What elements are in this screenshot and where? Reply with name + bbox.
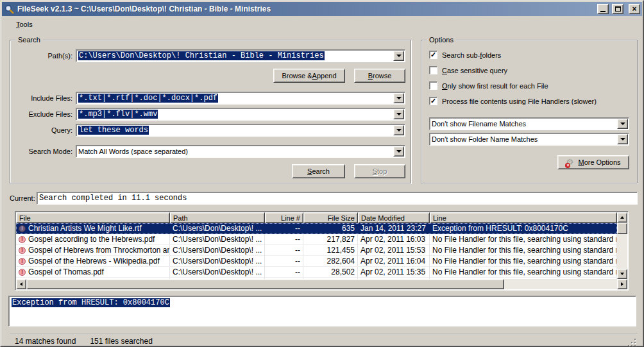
folder-matches-combobox[interactable]: Don't show Folder Name Matches xyxy=(429,133,629,146)
exclude-files-combobox[interactable]: *.mp3|*.flv|*.wmv xyxy=(76,108,405,121)
column-header-path[interactable]: Path xyxy=(170,212,265,223)
menu-tools[interactable]: Tools xyxy=(12,19,37,30)
chevron-down-icon xyxy=(620,123,625,128)
include-dropdown-button[interactable] xyxy=(393,93,404,103)
query-dropdown-button[interactable] xyxy=(393,125,404,135)
table-row[interactable]: !Gospel according to the Hebrews.pdf C:\… xyxy=(16,234,617,245)
horizontal-scrollbar[interactable] xyxy=(16,279,627,289)
table-row[interactable]: !Christian Artists We Might Like.rtf C:\… xyxy=(16,223,617,234)
warning-icon: ! xyxy=(19,247,26,254)
checkbox-first-result-only[interactable]: ✓ Only show first result for each File xyxy=(429,81,629,90)
chevron-down-icon xyxy=(396,129,402,134)
scroll-right-icon xyxy=(621,282,625,286)
vertical-scrollbar[interactable] xyxy=(617,212,627,279)
chevron-down-icon xyxy=(396,113,402,118)
warning-icon: ! xyxy=(19,269,26,276)
filename-matches-combobox[interactable]: Don't show Filename Matches xyxy=(429,117,629,130)
filename-matches-dropdown-button[interactable] xyxy=(617,119,628,129)
column-header-file[interactable]: File xyxy=(16,212,170,223)
include-files-label: Include Files: xyxy=(17,94,76,102)
column-header-date-modified[interactable]: Date Modified xyxy=(358,212,430,223)
include-files-combobox[interactable]: *.txt|*.rtf|*.doc|*.docx|*.pdf xyxy=(76,92,405,105)
close-button[interactable]: × xyxy=(629,4,640,14)
exclude-dropdown-button[interactable] xyxy=(393,109,404,119)
scroll-up-button[interactable] xyxy=(617,212,627,223)
exclude-files-label: Exclude Files: xyxy=(17,110,76,118)
column-header-line-number[interactable]: Line # xyxy=(265,212,303,223)
chevron-down-icon xyxy=(620,138,625,143)
table-row[interactable]: !Gospel of Hebrews from Throckmorton and… xyxy=(16,245,617,256)
filename-matches-value: Don't show Filename Matches xyxy=(432,120,526,128)
browse-append-button[interactable]: Browse & Append xyxy=(273,69,345,83)
paths-label: Path(s): xyxy=(17,52,76,60)
warning-icon: ! xyxy=(19,225,26,232)
checkbox-icon[interactable]: ✓ xyxy=(429,97,437,105)
search-mode-dropdown-button[interactable] xyxy=(393,146,404,157)
checkbox-label: Process file contents using File Handler… xyxy=(442,97,597,105)
scroll-right-button[interactable] xyxy=(617,279,627,289)
scroll-up-icon xyxy=(620,214,624,219)
folder-matches-dropdown-button[interactable] xyxy=(617,134,628,144)
stop-button[interactable]: Stop xyxy=(354,164,405,178)
scroll-left-button[interactable] xyxy=(16,279,26,289)
gear-icon: ⚙ × xyxy=(566,158,575,167)
exclude-files-value: *.mp3|*.flv|*.wmv xyxy=(78,110,158,119)
chevron-down-icon xyxy=(396,55,402,60)
close-icon: × xyxy=(632,6,636,12)
query-value: let these words xyxy=(78,126,149,135)
files-searched-count: 151 files searched xyxy=(90,337,152,346)
more-options-label: More Options xyxy=(578,158,620,166)
paths-combobox[interactable]: C:\Users\Don\Desktop\! Christian - Bible… xyxy=(76,49,405,62)
check-icon: ✓ xyxy=(430,51,436,58)
column-header-line[interactable]: Line xyxy=(430,212,617,223)
red-x-badge-icon: × xyxy=(565,163,570,168)
query-combobox[interactable]: let these words xyxy=(76,124,405,137)
result-preview-pane[interactable]: Exception from HRESULT: 0x8004170C xyxy=(8,296,636,326)
scroll-down-icon xyxy=(620,273,624,277)
folder-matches-value: Don't show Folder Name Matches xyxy=(432,135,538,143)
table-row[interactable]: !Gospel of Thomas.pdf C:\Users\Don\Deskt… xyxy=(16,267,617,278)
title-bar[interactable]: FileSeek v2.1.3 ~ C:\Users\Don\Desktop\!… xyxy=(2,2,642,16)
options-group-title: Options xyxy=(427,36,456,44)
minimize-button[interactable] xyxy=(597,4,609,14)
vertical-scroll-thumb[interactable] xyxy=(617,223,627,234)
checkbox-label: Case sensitive query xyxy=(442,67,507,74)
checkbox-label: Search sub-folders xyxy=(442,51,501,59)
query-label: Query: xyxy=(17,126,76,134)
checkbox-file-handlers[interactable]: ✓ Process file contents using File Handl… xyxy=(429,97,629,105)
resize-grip-icon[interactable] xyxy=(627,338,636,346)
checkbox-case-sensitive[interactable]: ✓ Case sensitive query xyxy=(429,66,629,74)
search-mode-label: Search Mode: xyxy=(17,148,76,155)
maximize-icon xyxy=(615,6,621,12)
paths-value: C:\Users\Don\Desktop\! Christian - Bible… xyxy=(78,51,325,60)
browse-button[interactable]: Browse xyxy=(354,69,405,83)
scroll-down-button[interactable] xyxy=(617,269,627,279)
checkbox-icon[interactable]: ✓ xyxy=(429,51,437,59)
checkbox-icon[interactable]: ✓ xyxy=(429,66,437,74)
options-group: Options ✓ Search sub-folders ✓ Case sens… xyxy=(421,40,638,183)
scroll-left-icon xyxy=(18,282,22,286)
maximize-button[interactable] xyxy=(612,4,623,14)
results-rows: !Christian Artists We Might Like.rtf C:\… xyxy=(16,223,617,279)
checkbox-search-subfolders[interactable]: ✓ Search sub-folders xyxy=(429,51,629,59)
status-bar: 14 matches found 151 files searched xyxy=(10,333,638,347)
column-header-file-size[interactable]: File Size xyxy=(303,212,358,223)
scroll-track[interactable] xyxy=(504,279,617,289)
check-icon: ✓ xyxy=(430,97,436,105)
search-mode-value: Match All Words (space separated) xyxy=(78,148,188,155)
horizontal-scroll-thumb[interactable] xyxy=(26,279,504,289)
paths-dropdown-button[interactable] xyxy=(393,51,404,61)
checkbox-icon[interactable]: ✓ xyxy=(429,81,437,90)
search-group-title: Search xyxy=(15,36,43,44)
fileseek-window: FileSeek v2.1.3 ~ C:\Users\Don\Desktop\!… xyxy=(0,0,644,347)
window-title: FileSeek v2.1.3 ~ C:\Users\Don\Desktop\!… xyxy=(17,4,594,13)
search-button[interactable]: Search xyxy=(292,164,345,178)
include-files-value: *.txt|*.rtf|*.doc|*.docx|*.pdf xyxy=(78,94,218,103)
warning-icon: ! xyxy=(19,258,26,265)
search-mode-combobox[interactable]: Match All Words (space separated) xyxy=(76,145,405,158)
current-label: Current: xyxy=(10,194,37,202)
table-row[interactable]: !Gospel of the Hebrews - Wikipedia.pdf C… xyxy=(16,256,617,267)
checkbox-label: Only show first result for each File xyxy=(442,82,548,90)
more-options-button[interactable]: ⚙ × More Options xyxy=(557,155,629,169)
menu-bar: Tools xyxy=(1,16,643,32)
